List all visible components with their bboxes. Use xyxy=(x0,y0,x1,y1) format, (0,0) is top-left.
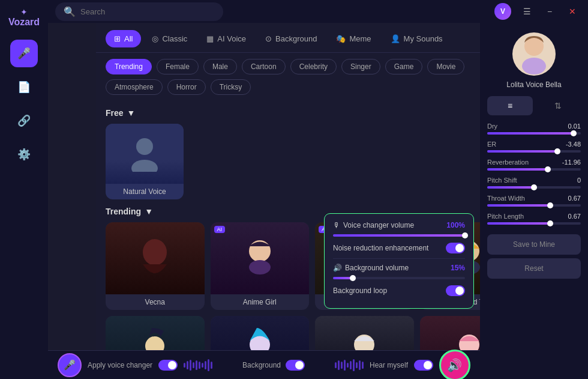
tab-my-sounds-label: My Sounds xyxy=(404,34,443,43)
param-throat-width: Throat Width 0.67 xyxy=(487,195,581,207)
apply-vc-label: Apply voice changer xyxy=(88,361,152,369)
trending-label: Trending xyxy=(106,207,141,216)
panel-tab-eq[interactable]: ≡ xyxy=(487,96,533,115)
apply-vc-toggle[interactable] xyxy=(158,360,178,371)
natural-voice-label: Natural Voice xyxy=(106,184,184,199)
save-to-mine-button[interactable]: Save to Mine xyxy=(487,234,581,255)
search-bar[interactable]: 🔍 xyxy=(55,2,223,21)
tab-my-sounds[interactable]: 👤 My Sounds xyxy=(382,30,451,47)
reset-button[interactable]: Reset xyxy=(487,258,581,279)
param-pitch-shift-label: Pitch Shift xyxy=(487,177,517,184)
user-avatar[interactable]: V xyxy=(494,3,511,20)
background-loop-toggle[interactable] xyxy=(446,285,465,296)
background-toggle[interactable] xyxy=(286,360,305,371)
sidebar-item-file[interactable]: 📄 xyxy=(10,73,38,101)
free-section-header: Free ▼ xyxy=(106,108,518,118)
tab-classic[interactable]: ◎ Classic xyxy=(143,30,196,47)
natural-voice-img xyxy=(106,124,184,184)
logo: ✦ Vozard xyxy=(8,7,40,28)
close-button[interactable]: ✕ xyxy=(564,3,581,20)
anime-girl-img xyxy=(211,222,310,294)
tab-my-sounds-icon: 👤 xyxy=(391,34,400,43)
natural-voice-card[interactable]: Natural Voice xyxy=(106,124,184,199)
search-input[interactable] xyxy=(80,7,215,16)
param-dry-value: 0.01 xyxy=(568,123,581,130)
tag-male[interactable]: Male xyxy=(203,59,237,74)
menu-button[interactable]: ☰ xyxy=(518,3,535,20)
param-throat-label: Throat Width xyxy=(487,195,525,202)
param-er-slider[interactable] xyxy=(487,150,581,153)
waveform-left xyxy=(184,358,212,372)
sidebar-item-settings[interactable]: ⚙️ xyxy=(10,141,38,168)
tag-horror[interactable]: Horror xyxy=(167,79,206,95)
sidebar-item-voice[interactable]: 🎤 xyxy=(10,40,38,67)
vecna-label: Vecna xyxy=(106,294,205,310)
param-throat-slider[interactable] xyxy=(487,204,581,207)
background-volume-row: 🔊 Background volume 15% xyxy=(333,264,465,272)
filter-tags: Trending Female Male Cartoon Celebrity S… xyxy=(96,53,528,101)
tab-background[interactable]: ⊙ Background xyxy=(257,30,325,47)
voice-card-anime-girl[interactable]: AI Anime Girl xyxy=(211,222,310,310)
tag-trending[interactable]: Trending xyxy=(106,59,152,74)
tab-all[interactable]: ⊞ All xyxy=(106,30,141,47)
minimize-button[interactable]: − xyxy=(541,3,558,20)
tab-meme[interactable]: 🎭 Meme xyxy=(328,30,379,47)
tab-all-label: All xyxy=(124,34,133,43)
param-pitch-length: Pitch Length 0.67 xyxy=(487,213,581,225)
noise-reduction-toggle[interactable] xyxy=(446,243,465,253)
param-reverberation: Reverberation -11.96 xyxy=(487,159,581,171)
background-volume-slider[interactable] xyxy=(333,277,465,279)
tag-tricksy[interactable]: Tricksy xyxy=(211,79,251,95)
hear-myself-toggle[interactable] xyxy=(414,360,433,371)
tag-singer[interactable]: Singer xyxy=(341,59,380,74)
tab-ai-voice[interactable]: ▦ AI Voice xyxy=(198,30,254,47)
mic-icon: 🎙 xyxy=(333,221,340,229)
voice-changer-volume-row: 🎙 Voice changer volume 100% xyxy=(333,221,465,229)
bottom-left: 🎤 Apply voice changer xyxy=(58,353,212,377)
param-pitch-shift-slider[interactable] xyxy=(487,186,581,189)
tab-all-icon: ⊞ xyxy=(114,34,121,43)
param-dry-slider[interactable] xyxy=(487,132,581,135)
free-label: Free xyxy=(106,108,124,118)
hear-myself-label: Hear myself xyxy=(370,361,408,369)
noise-reduction-label: Noise reduction enhancement xyxy=(333,244,428,252)
tab-background-icon: ⊙ xyxy=(265,34,272,43)
background-loop-label: Background loop xyxy=(333,287,387,295)
background-volume-value: 15% xyxy=(451,264,465,272)
panel-tab-sort[interactable]: ⇅ xyxy=(535,96,581,115)
background-volume-label: 🔊 Background volume xyxy=(333,264,409,272)
titlebar: 🔍 V ☰ − ✕ xyxy=(48,0,588,23)
bottom-center: Background xyxy=(242,360,305,371)
free-dropdown-icon[interactable]: ▼ xyxy=(127,108,136,118)
tag-game[interactable]: Game xyxy=(385,59,423,74)
tag-female[interactable]: Female xyxy=(157,59,199,74)
svg-point-18 xyxy=(522,58,546,74)
tab-classic-label: Classic xyxy=(162,34,187,43)
sound-button[interactable]: 🔊 xyxy=(439,350,470,380)
svg-point-2 xyxy=(143,239,167,265)
param-er-label: ER xyxy=(487,141,496,148)
tab-meme-icon: 🎭 xyxy=(336,34,346,43)
bottom-bar: 🎤 Apply voice changer Background xyxy=(48,350,480,379)
sound-icon: 🔊 xyxy=(447,358,462,372)
tag-celebrity[interactable]: Celebrity xyxy=(290,59,337,74)
voice-changer-volume-slider[interactable] xyxy=(333,234,465,237)
param-reverb-slider[interactable] xyxy=(487,168,581,171)
mic-button[interactable]: 🎤 xyxy=(58,353,82,377)
tag-cartoon[interactable]: Cartoon xyxy=(242,59,286,74)
sidebar: ✦ Vozard 🎤 📄 🔗 ⚙️ xyxy=(0,0,48,379)
param-reverb-label: Reverberation xyxy=(487,159,529,166)
param-er-value: -3.48 xyxy=(566,141,581,148)
tag-movie[interactable]: Movie xyxy=(427,59,464,74)
svg-point-4 xyxy=(249,260,271,274)
voice-changer-volume-value: 100% xyxy=(446,221,465,229)
tag-atmosphere[interactable]: Atmosphere xyxy=(106,79,163,95)
param-reverb-value: -11.96 xyxy=(562,159,581,166)
sidebar-item-share[interactable]: 🔗 xyxy=(10,107,38,135)
voice-card-vecna[interactable]: Vecna xyxy=(106,222,205,310)
param-pitch-length-slider[interactable] xyxy=(487,222,581,225)
logo-star: ✦ xyxy=(20,7,28,17)
waveform-right xyxy=(335,358,364,372)
trending-dropdown-icon[interactable]: ▼ xyxy=(145,207,153,216)
param-throat-value: 0.67 xyxy=(568,195,581,202)
